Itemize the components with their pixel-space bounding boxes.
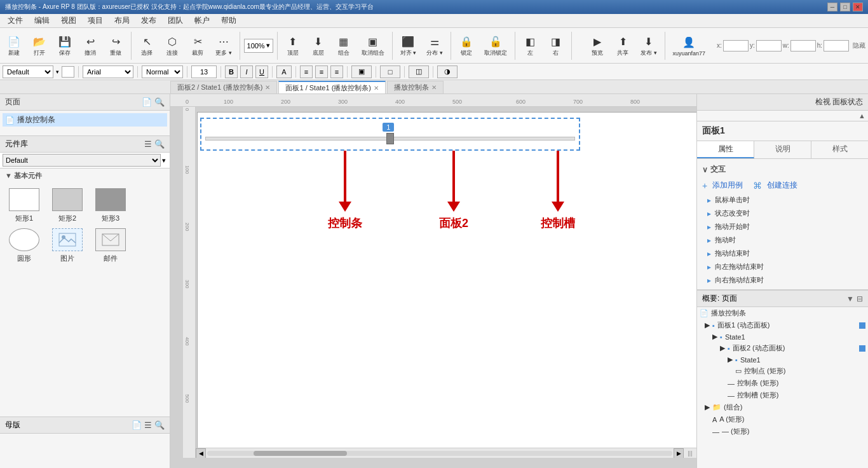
- outline-panel2[interactable]: ▶ ▪ 面板2 (动态面板): [697, 342, 868, 354]
- toolbar-publish[interactable]: ⬇ 发布 ▾: [637, 32, 661, 59]
- component-filter[interactable]: Default ▾: [0, 153, 170, 169]
- masters-add-icon[interactable]: 📄: [132, 420, 142, 430]
- h-input[interactable]: [824, 40, 849, 52]
- event-drag-right-end[interactable]: ▸ 向右拖动结束时: [697, 273, 868, 287]
- outline-panel1[interactable]: ▶ ▪ 面板1 (动态面板): [697, 319, 868, 331]
- menu-account[interactable]: 帐户: [189, 14, 215, 27]
- menu-edit[interactable]: 编辑: [29, 14, 55, 27]
- toolbar-new[interactable]: 📄 新建: [3, 32, 25, 59]
- style-edit-btn[interactable]: [62, 66, 74, 78]
- component-email[interactable]: 邮件: [92, 228, 130, 263]
- align-left-btn[interactable]: ≡: [300, 65, 313, 78]
- tab-panel2-close[interactable]: ✕: [265, 84, 270, 91]
- outline-control-bar-item[interactable]: — 控制条 (矩形): [697, 377, 868, 389]
- toolbar-select[interactable]: ↖ 选择: [135, 32, 158, 59]
- menu-layout[interactable]: 布局: [109, 14, 135, 27]
- toolbar-unlock[interactable]: 🔓 取消锁定: [480, 32, 511, 59]
- canvas-inner[interactable]: 1 控制条: [197, 112, 696, 458]
- menu-file[interactable]: 文件: [3, 14, 28, 27]
- fill-btn[interactable]: ▣: [351, 65, 372, 78]
- font-color-btn[interactable]: A: [276, 65, 292, 78]
- zoom-selector[interactable]: 100% ▾: [244, 39, 273, 53]
- tab-panel2-state1[interactable]: 面板2 / State1 (播放控制条) ✕: [170, 81, 277, 93]
- close-btn[interactable]: ✕: [853, 3, 863, 11]
- toolbar-left[interactable]: ◧ 左: [519, 32, 542, 59]
- h-scrollbar[interactable]: ◀ ▶ |||: [196, 448, 696, 458]
- outline-state1-2[interactable]: ▶ ▪ State1: [697, 354, 868, 365]
- outline-line[interactable]: — — (矩形): [697, 425, 868, 437]
- toolbar-top[interactable]: ⬆ 顶层: [281, 32, 304, 59]
- outline-search-icon[interactable]: ⊟: [857, 294, 863, 303]
- toolbar-more[interactable]: ⋯ 更多 ▾: [212, 32, 236, 59]
- toolbar-align[interactable]: ⬛ 对齐 ▾: [397, 32, 421, 59]
- underline-btn[interactable]: U: [255, 65, 268, 78]
- toolbar-ungroup[interactable]: ▣ 取消组合: [358, 32, 388, 59]
- tab-description[interactable]: 说明: [754, 141, 811, 158]
- shadow-btn[interactable]: ◫: [409, 65, 429, 78]
- style-dropdown[interactable]: Default: [3, 65, 53, 78]
- outline-filter-icon[interactable]: ▼: [846, 294, 854, 303]
- slider-track[interactable]: [205, 137, 575, 141]
- toolbar-preview[interactable]: ▶ 预览: [586, 32, 609, 59]
- outline-control-point[interactable]: ▭ 控制点 (矩形): [697, 365, 868, 377]
- event-state-change[interactable]: ▸ 状态改变时: [697, 207, 868, 220]
- tab-properties[interactable]: 属性: [697, 141, 754, 158]
- slider-handle[interactable]: [386, 133, 394, 144]
- minimize-btn[interactable]: ─: [827, 3, 837, 11]
- opacity-btn[interactable]: ◑: [437, 65, 458, 78]
- menu-publish[interactable]: 发布: [136, 14, 161, 27]
- masters-menu-icon[interactable]: ☰: [144, 420, 152, 430]
- event-drag-start[interactable]: ▸ 拖动开始时: [697, 220, 868, 233]
- toolbar-redo[interactable]: ↪ 重做: [104, 32, 127, 59]
- event-drag-left-end[interactable]: ▸ 向左拖动结束时: [697, 260, 868, 273]
- toolbar-save[interactable]: 💾 保存: [53, 32, 76, 59]
- italic-btn[interactable]: I: [240, 65, 253, 78]
- align-right-btn[interactable]: ≡: [330, 65, 343, 78]
- bold-btn[interactable]: B: [225, 65, 238, 78]
- align-center-btn[interactable]: ≡: [315, 65, 328, 78]
- toolbar-crop[interactable]: ✂ 裁剪: [186, 32, 209, 59]
- component-library-select[interactable]: Default: [3, 154, 161, 167]
- y-input[interactable]: [756, 40, 782, 52]
- user-btn[interactable]: 👤 xuyuanfan77: [669, 34, 710, 58]
- toolbar-undo[interactable]: ↩ 撤消: [79, 32, 102, 59]
- menu-help[interactable]: 帮助: [216, 14, 241, 27]
- outline-page[interactable]: 📄 播放控制条: [697, 307, 868, 319]
- page-item-playback[interactable]: 📄 播放控制条: [3, 113, 167, 127]
- scroll-up-icon[interactable]: ▲: [858, 112, 865, 120]
- add-use-case-btn[interactable]: 添加用例: [712, 180, 743, 191]
- scroll-right-btn[interactable]: ▶: [674, 448, 684, 458]
- toolbar-connect[interactable]: ⬡ 连接: [161, 32, 184, 59]
- toolbar-bottom[interactable]: ⬇ 底层: [307, 32, 330, 59]
- scroll-left-btn[interactable]: ◀: [196, 448, 206, 458]
- tab-panel1-close[interactable]: ✕: [374, 85, 379, 92]
- event-drag-end[interactable]: ▸ 拖动结束时: [697, 247, 868, 260]
- menu-view[interactable]: 视图: [56, 14, 81, 27]
- outline-text-a[interactable]: A A (矩形): [697, 413, 868, 425]
- scroll-thumb[interactable]: [254, 451, 346, 456]
- pages-search-icon[interactable]: 🔍: [154, 97, 165, 107]
- playback-widget[interactable]: 1: [200, 118, 580, 151]
- component-rect3[interactable]: 矩形3: [92, 188, 130, 223]
- w-input[interactable]: [790, 40, 816, 52]
- tab-playback-close[interactable]: ✕: [431, 84, 437, 91]
- component-circle[interactable]: 圆形: [5, 228, 43, 263]
- event-drag[interactable]: ▸ 拖动时: [697, 233, 868, 247]
- pages-add-icon[interactable]: 📄: [142, 97, 152, 107]
- canvas-content[interactable]: 0 100 200 300 400 500: [183, 107, 696, 458]
- tab-playback[interactable]: 播放控制条 ✕: [387, 81, 444, 93]
- outline-state1-1[interactable]: ▶ ▪ State1: [697, 331, 868, 342]
- components-search-icon[interactable]: 🔍: [154, 139, 165, 149]
- font-dropdown[interactable]: Arial: [83, 65, 133, 78]
- masters-search-icon[interactable]: 🔍: [154, 420, 165, 430]
- menu-team[interactable]: 团队: [163, 14, 188, 27]
- component-rect1[interactable]: 矩形1: [5, 188, 43, 223]
- toolbar-open[interactable]: 📂 打开: [28, 32, 51, 59]
- tab-style[interactable]: 样式: [811, 141, 868, 158]
- event-mouse-click[interactable]: ▸ 鼠标单击时: [697, 193, 868, 207]
- outline-control-slot-item[interactable]: — 控制槽 (矩形): [697, 389, 868, 401]
- maximize-btn[interactable]: □: [840, 3, 850, 11]
- toolbar-group[interactable]: ▦ 组合: [332, 32, 355, 59]
- tab-panel1-state1[interactable]: 面板1 / State1 (播放控制条) ✕: [278, 81, 385, 93]
- border-btn[interactable]: □: [380, 65, 400, 78]
